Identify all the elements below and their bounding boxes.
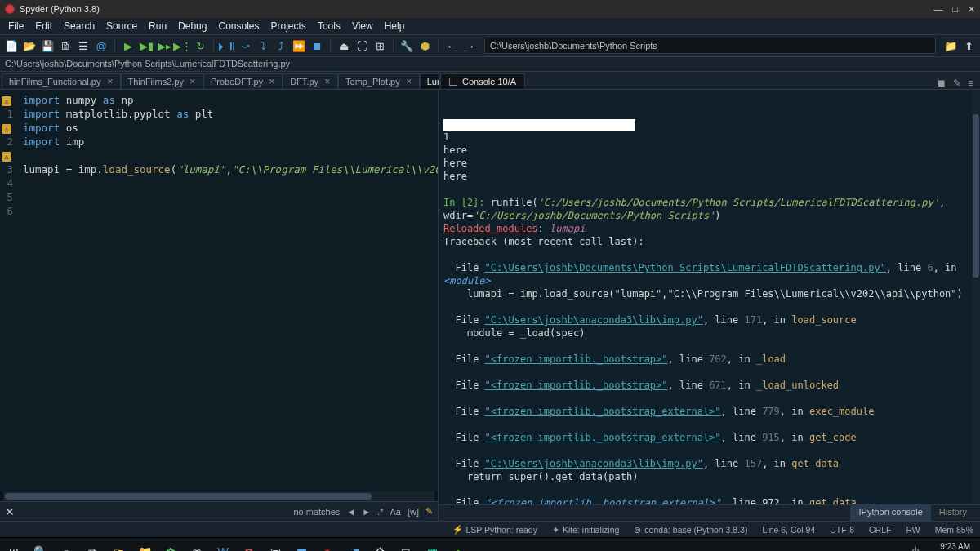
fullscreen-icon[interactable]: ⊞: [372, 38, 388, 54]
stop-debug-icon[interactable]: ⏹: [309, 38, 325, 54]
console-vertical-scrollbar[interactable]: [972, 90, 980, 504]
menu-view[interactable]: View: [347, 19, 378, 33]
find-prev-icon[interactable]: ◄: [346, 507, 355, 517]
run-cell-advance-icon[interactable]: ▶▸: [156, 38, 172, 54]
close-icon[interactable]: ✕: [968, 4, 975, 15]
python-path-icon[interactable]: ⬢: [416, 38, 433, 54]
status-eol[interactable]: CRLF: [869, 525, 891, 535]
settings-icon[interactable]: ⚙: [369, 541, 390, 551]
run-selection-icon[interactable]: ▶⋮: [174, 38, 190, 54]
rerun-icon[interactable]: ↻: [192, 38, 208, 54]
app-icon-7[interactable]: ●: [448, 541, 469, 551]
save-icon[interactable]: 💾: [39, 38, 56, 54]
start-icon[interactable]: ⊞: [3, 541, 24, 551]
main-toolbar: 📄 📂 💾 🗎 ☰ @ ▶ ▶▮ ▶▸ ▶⋮ ↻ ⏵⏸ ⤻ ⤵ ⤴ ⏩ ⏹ ⏏ …: [0, 34, 980, 57]
step-over-icon[interactable]: ⤻: [237, 38, 253, 54]
status-kite: ✦ Kite: initializing: [552, 525, 619, 535]
menu-search[interactable]: Search: [59, 19, 100, 33]
menu-consoles[interactable]: Consoles: [213, 19, 264, 33]
step-out-icon[interactable]: ⤴: [273, 38, 289, 54]
menu-edit[interactable]: Edit: [30, 19, 57, 33]
editor-tab[interactable]: DFT.py✕: [283, 73, 338, 89]
editor-tabs: hinFilms_Functional.py✕ThinFilms2.py✕Pro…: [0, 72, 438, 90]
browse-dir-icon[interactable]: 📁: [942, 38, 959, 54]
app-icon-5[interactable]: ◻: [395, 541, 416, 551]
console-stop-icon[interactable]: ⏹: [937, 78, 947, 89]
continue-icon[interactable]: ⏩: [291, 38, 307, 54]
tab-label: Temp_Plot.py: [345, 77, 400, 87]
regex-icon[interactable]: .*: [377, 507, 383, 517]
working-directory-input[interactable]: C:\Users\joshb\Documents\Python Scripts: [484, 38, 936, 54]
status-conda[interactable]: ⊚ conda: base (Python 3.8.3): [634, 525, 747, 535]
console-menu-icon[interactable]: ≡: [968, 78, 973, 89]
ipython-console-tab[interactable]: IPython console: [850, 505, 930, 521]
explorer-icon[interactable]: 🗂: [108, 541, 129, 551]
maximize-pane-icon[interactable]: ⛶: [354, 38, 370, 54]
minimize-icon[interactable]: —: [933, 4, 942, 15]
ipython-console[interactable]: 1hereherehere In [2]: runfile('C:/Users/…: [439, 90, 980, 504]
new-file-icon[interactable]: 📄: [3, 38, 20, 54]
run-cell-icon[interactable]: ▶▮: [138, 38, 154, 54]
find-next-icon[interactable]: ►: [362, 507, 371, 517]
whole-word-icon[interactable]: [w]: [408, 507, 419, 517]
run-icon[interactable]: ▶: [120, 38, 136, 54]
history-tab[interactable]: History: [931, 505, 975, 521]
app-icon-6[interactable]: ▦: [421, 541, 443, 551]
step-into-icon[interactable]: ⤵: [255, 38, 271, 54]
search-icon[interactable]: 🔍: [29, 541, 51, 551]
spyder-taskbar-icon[interactable]: ✴: [317, 541, 338, 551]
menu-run[interactable]: Run: [144, 19, 172, 33]
close-tab-icon[interactable]: ✕: [324, 78, 331, 86]
menu-file[interactable]: File: [3, 19, 29, 33]
stop-icon[interactable]: ⏏: [336, 38, 352, 54]
open-file-icon[interactable]: 📂: [21, 38, 38, 54]
system-clock[interactable]: ⏻ 9:23 AM 2020-12-15: [911, 542, 977, 551]
status-encoding[interactable]: UTF-8: [830, 525, 854, 535]
case-icon[interactable]: Aa: [390, 507, 400, 517]
code-editor[interactable]: ⚠1⚠2⚠3456 import numpy as npimport matpl…: [0, 90, 438, 491]
window-title: Spyder (Python 3.8): [20, 4, 100, 14]
debug-icon[interactable]: ⏵⏸: [219, 38, 235, 54]
close-tab-icon[interactable]: ✕: [406, 78, 412, 86]
editor-tab[interactable]: ThinFilms2.py✕: [121, 73, 203, 89]
task-view-icon[interactable]: ⧉: [82, 541, 103, 551]
console-tabs: Console 10/A ⏹ ✎ ≡: [439, 72, 980, 90]
editor-tab[interactable]: Temp_Plot.py✕: [338, 73, 420, 89]
app-icon-2[interactable]: ◘: [238, 541, 260, 551]
close-tab-icon[interactable]: ✕: [107, 78, 114, 86]
preferences-icon[interactable]: 🔧: [399, 38, 415, 54]
menubar: FileEditSearchSourceRunDebugConsolesProj…: [0, 18, 980, 34]
app-icon-1[interactable]: ✿: [160, 541, 181, 551]
save-all-icon[interactable]: 🗎: [57, 38, 74, 54]
editor-tab[interactable]: ProbeDFT.py✕: [203, 73, 283, 89]
app-icon-4[interactable]: ◨: [343, 541, 364, 551]
maximize-icon[interactable]: □: [952, 4, 958, 15]
console-clear-icon[interactable]: ✎: [953, 78, 961, 89]
editor-tab[interactable]: hinFilms_Functional.py✕: [2, 73, 121, 89]
close-find-icon[interactable]: ✕: [5, 505, 15, 518]
terminal-icon[interactable]: ▣: [265, 541, 286, 551]
forward-icon[interactable]: →: [461, 38, 478, 54]
menu-source[interactable]: Source: [101, 19, 142, 33]
menu-tools[interactable]: Tools: [313, 19, 345, 33]
warning-icon: ⚠: [2, 124, 11, 134]
back-icon[interactable]: ←: [443, 38, 460, 54]
at-icon[interactable]: @: [93, 38, 109, 54]
folder-icon[interactable]: 📁: [134, 541, 155, 551]
menu-help[interactable]: Help: [380, 19, 410, 33]
close-tab-icon[interactable]: ✕: [189, 78, 196, 86]
editor-horizontal-scrollbar[interactable]: [3, 491, 434, 501]
menu-projects[interactable]: Projects: [266, 19, 311, 33]
list-icon[interactable]: ☰: [75, 38, 91, 54]
chrome-icon[interactable]: ◉: [186, 541, 207, 551]
cortana-icon[interactable]: ○: [56, 541, 77, 551]
app-icon-3[interactable]: ⬒: [291, 541, 312, 551]
menu-debug[interactable]: Debug: [173, 19, 212, 33]
status-rw: RW: [906, 525, 920, 535]
parent-dir-icon[interactable]: ⬆: [960, 38, 977, 54]
right-pane-tabs: IPython console History: [439, 504, 980, 521]
word-icon[interactable]: W: [212, 541, 234, 551]
close-tab-icon[interactable]: ✕: [269, 78, 275, 86]
highlight-icon[interactable]: ✎: [425, 506, 433, 517]
console-tab[interactable]: Console 10/A: [440, 73, 525, 89]
